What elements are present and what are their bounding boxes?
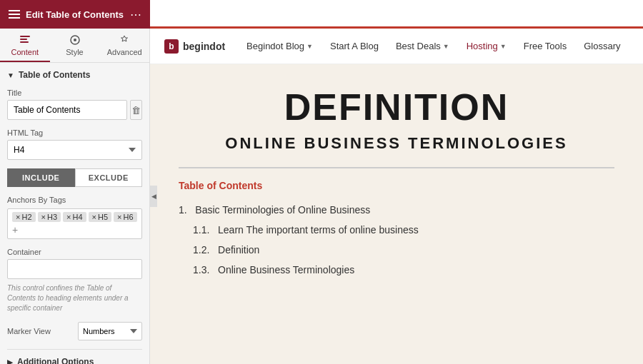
sidebar: Content Style Advanced — [0, 29, 150, 364]
tag-h5[interactable]: × H5 — [89, 212, 112, 222]
toc-divider — [179, 167, 614, 168]
container-input[interactable] — [7, 259, 142, 279]
marker-view-label: Marker View — [7, 327, 72, 335]
container-helper-text: This control confines the Table of Conte… — [7, 283, 142, 313]
marker-view-row: Marker View Numbers Bullets None — [7, 322, 142, 340]
tab-advanced[interactable]: Advanced — [99, 29, 149, 62]
title-label: Title — [7, 89, 142, 97]
logo-text: begindot — [183, 41, 225, 52]
toc-item-2: 1.1. Learn The important terms of online… — [179, 220, 614, 240]
grid-icon[interactable]: ⋯ — [130, 8, 141, 21]
page-title: Edit Table of Contents — [26, 9, 124, 20]
tag-h4[interactable]: × H4 — [63, 212, 86, 222]
sidebar-tabs: Content Style Advanced — [0, 29, 149, 63]
svg-rect-0 — [20, 36, 30, 37]
marker-view-select[interactable]: Numbers Bullets None — [78, 322, 142, 340]
svg-rect-2 — [20, 41, 29, 43]
tab-content[interactable]: Content — [0, 29, 50, 62]
toc-heading: Table of Contents — [179, 180, 614, 191]
content-area: b begindot Begindot Blog ▼ Start A Blog … — [150, 29, 643, 364]
svg-rect-1 — [20, 39, 27, 40]
site-nav: b begindot Begindot Blog ▼ Start A Blog … — [150, 29, 643, 64]
hamburger-icon[interactable] — [9, 10, 20, 19]
anchors-label: Anchors By Tags — [7, 196, 142, 204]
top-bar-right — [150, 0, 643, 29]
add-tag-button[interactable]: + — [12, 224, 18, 236]
exclude-button[interactable]: EXCLUDE — [75, 168, 143, 187]
delete-title-button[interactable]: 🗑 — [130, 100, 142, 120]
toc-list: 1. Basic Terminologies of Online Busines… — [179, 200, 614, 280]
article-content: DEFINITION ONLINE BUSINESS TERMINOLOGIES… — [150, 64, 643, 364]
tag-h2[interactable]: × H2 — [12, 212, 36, 222]
site-logo: b begindot — [164, 39, 225, 54]
nav-item-best-deals[interactable]: Best Deals ▼ — [389, 41, 457, 51]
container-label: Container — [7, 248, 142, 256]
additional-options-section: ▶ Additional Options — [7, 349, 142, 364]
svg-point-4 — [74, 39, 76, 41]
nav-item-free-tools[interactable]: Free Tools — [517, 41, 574, 51]
article-subtitle: ONLINE BUSINESS TERMINOLOGIES — [179, 134, 614, 153]
logo-icon: b — [164, 39, 179, 54]
toc-item-4: 1.3. Online Business Terminologies — [179, 260, 614, 280]
tag-h6[interactable]: × H6 — [114, 212, 137, 222]
nav-item-glossary[interactable]: Glossary — [577, 41, 627, 51]
article-title: DEFINITION — [179, 86, 614, 128]
title-field-group: Title 🗑 — [7, 89, 142, 120]
toc-item-3: 1.2. Definition — [179, 240, 614, 260]
site-nav-items: Begindot Blog ▼ Start A Blog Best Deals … — [239, 41, 627, 51]
html-tag-label: HTML Tag — [7, 128, 142, 137]
tab-style[interactable]: Style — [50, 29, 100, 62]
nav-item-blog[interactable]: Begindot Blog ▼ — [239, 41, 320, 51]
anchors-field-group: Anchors By Tags × H2 × H3 × H4 × H5 × H6… — [7, 196, 142, 239]
nav-item-start-blog[interactable]: Start A Blog — [323, 41, 386, 51]
html-tag-field-group: HTML Tag H4 H1 H2 H3 H5 H6 — [7, 128, 142, 160]
container-field-group: Container This control confines the Tabl… — [7, 248, 142, 313]
section-header-toc: ▼ Table of Contents — [7, 70, 142, 80]
include-button[interactable]: INCLUDE — [7, 168, 75, 187]
tag-h3[interactable]: × H3 — [38, 212, 61, 222]
include-exclude-toggle: INCLUDE EXCLUDE — [7, 168, 142, 187]
sidebar-collapse-handle[interactable]: ◀ — [150, 186, 157, 207]
tags-row: × H2 × H3 × H4 × H5 × H6 + — [7, 208, 142, 239]
toc-item-1: 1. Basic Terminologies of Online Busines… — [179, 200, 614, 220]
html-tag-select[interactable]: H4 H1 H2 H3 H5 H6 — [7, 140, 142, 160]
top-bar: Edit Table of Contents ⋯ — [0, 0, 643, 29]
additional-options-header[interactable]: ▶ Additional Options — [7, 357, 142, 364]
title-input[interactable] — [7, 100, 127, 120]
nav-item-hosting[interactable]: Hosting ▼ — [459, 41, 514, 51]
